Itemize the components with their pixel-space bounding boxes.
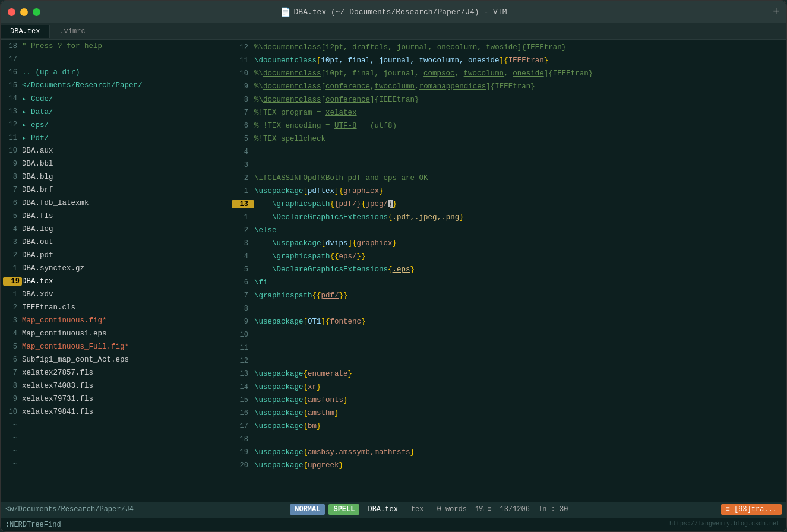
code-line: 15\usepackage{amsfonts} — [229, 394, 786, 407]
code-line: 6\fi — [229, 276, 786, 289]
status-tra: ≡ [93]tra... — [721, 504, 782, 515]
tab-dba-tex[interactable]: DBA.tex — [1, 25, 50, 38]
sidebar-item[interactable]: 17 — [1, 53, 229, 66]
sidebar-item[interactable]: 16.. (up a dir) — [1, 66, 229, 79]
code-line: 9%\documentclass[conference,twocolumn,ro… — [229, 80, 786, 93]
sidebar-item[interactable]: 4 Map_continuous1.eps — [1, 327, 229, 340]
sidebar-item[interactable]: 15</Documents/Research/Paper/ — [1, 79, 229, 92]
sidebar-item[interactable]: 4 DBA.log — [1, 223, 229, 236]
window-title: 📄 DBA.tex (~/ Documents/Research/Paper/J… — [280, 7, 507, 17]
code-line: 20\usepackage{upgreek} — [229, 459, 786, 472]
code-line: 13\usepackage{enumerate} — [229, 368, 786, 381]
code-line: 10%\documentclass[10pt, final, journal, … — [229, 67, 786, 80]
code-line: 12 — [229, 354, 786, 368]
code-line: 18 — [229, 433, 786, 446]
tab-vimrc[interactable]: .vimrc — [50, 25, 94, 38]
code-line: 1\usepackage[pdftex]{graphicx} — [229, 185, 786, 198]
titlebar: 📄 DBA.tex (~/ Documents/Research/Paper/J… — [1, 1, 786, 23]
code-line: 1 \DeclareGraphicsExtensions{.pdf,.jpeg,… — [229, 211, 786, 224]
status-icon: ≡ — [487, 505, 491, 514]
sidebar-item[interactable]: 8 xelatex74083.fls — [1, 379, 229, 392]
sidebar-item[interactable]: 1 DBA.xdv — [1, 288, 229, 301]
tab-bar: DBA.tex .vimrc — [1, 23, 786, 40]
traffic-lights — [8, 8, 40, 16]
sidebar-item[interactable]: 19 DBA.tex — [1, 275, 229, 288]
code-line: 7%!TEX program = xelatex — [229, 106, 786, 119]
sidebar-item[interactable]: 3 Map_continuous.fig* — [1, 314, 229, 327]
code-line: 7\graphicspath{{pdf/}} — [229, 289, 786, 302]
sidebar-item[interactable]: 14▸ Code/ — [1, 92, 229, 105]
sidebar-item[interactable]: 6 DBA.fdb_latexmk — [1, 197, 229, 210]
code-lines: 12%\documentclass[12pt, draftcls, journa… — [229, 40, 786, 502]
status-filetype: tex — [411, 505, 424, 514]
code-line: 16\usepackage{amsthm} — [229, 407, 786, 420]
status-normal-mode: NORMAL — [290, 504, 325, 515]
code-line: 2\else — [229, 224, 786, 237]
sidebar-item: ~ — [1, 458, 229, 471]
sidebar-item: ~ — [1, 445, 229, 458]
code-line: 9\usepackage[OT1]{fontenc} — [229, 315, 786, 328]
sidebar-item[interactable]: 6 Subfig1_map_cont_Act.eps — [1, 353, 229, 366]
sidebar-item[interactable]: 2 DBA.pdf — [1, 249, 229, 262]
code-line: 4 — [229, 145, 786, 159]
sidebar-item: ~ — [1, 419, 229, 432]
sidebar-item[interactable]: 11▸ Pdf/ — [1, 131, 229, 144]
sidebar-item[interactable]: 2 IEEEtran.cls — [1, 301, 229, 314]
sidebar-item[interactable]: 9 xelatex79731.fls — [1, 392, 229, 406]
code-line: 8%\documentclass[conference]{IEEEtran} — [229, 93, 786, 106]
sidebar-item[interactable]: 10 xelatex79841.fls — [1, 406, 229, 419]
cmd-text: :NERDTreeFind — [5, 521, 61, 529]
minimize-button[interactable] — [20, 8, 28, 16]
sidebar-item: ~ — [1, 432, 229, 445]
code-line: 10 — [229, 328, 786, 341]
watermark: https://langweiiy.blog.csdn.net — [669, 521, 780, 527]
code-line: 2\ifCLASSINFOpdf%Both pdf and eps are OK — [229, 172, 786, 185]
code-line: 6% !TEX encoding = UTF-8 (utf8) — [229, 119, 786, 132]
sidebar-item[interactable]: 3 DBA.out — [1, 236, 229, 249]
sidebar-item[interactable]: 10 DBA.aux — [1, 144, 229, 157]
sidebar-item[interactable]: 5 Map_continuous_Full.fig* — [1, 340, 229, 353]
sidebar-item[interactable]: 1 DBA.synctex.gz — [1, 262, 229, 275]
code-line: 19\usepackage{amsbsy,amssymb,mathrsfs} — [229, 446, 786, 459]
nerdtree-sidebar: 18" Press ? for help1716.. (up a dir)15<… — [1, 40, 229, 502]
command-line[interactable]: :NERDTreeFind — [1, 517, 786, 531]
sidebar-item[interactable]: 8 DBA.blg — [1, 170, 229, 183]
code-line: 11\documentclass[10pt, final, journal, t… — [229, 54, 786, 67]
code-line: 11 — [229, 341, 786, 354]
status-path: <w/Documents/Research/Paper/J4 — [5, 505, 134, 514]
code-line: 5 \DeclareGraphicsExtensions{.eps} — [229, 263, 786, 276]
code-line: 4 \graphicspath{{eps/}} — [229, 250, 786, 263]
code-line: 5%!TEX spellcheck — [229, 132, 786, 145]
status-position: 13/1206 — [500, 505, 530, 514]
status-ln: ln : 30 — [538, 505, 568, 514]
sidebar-item[interactable]: 5 DBA.fls — [1, 210, 229, 223]
status-filename: DBA.tex — [368, 505, 397, 514]
code-line: 3 \usepackage[dvips]{graphicx} — [229, 237, 786, 250]
sidebar-item[interactable]: 7 xelatex27857.fls — [1, 366, 229, 379]
sidebar-item[interactable]: 9 DBA.bbl — [1, 157, 229, 170]
code-line: 13 \graphicspath{{pdf/}{jpeg/}} — [229, 198, 786, 211]
status-bar: <w/Documents/Research/Paper/J4 NORMAL SP… — [1, 502, 786, 517]
status-percent: 1% — [475, 505, 483, 514]
code-line: 8 — [229, 302, 786, 315]
status-right: ≡ [93]tra... — [721, 504, 782, 515]
code-line: 17\usepackage{bm} — [229, 420, 786, 433]
sidebar-item[interactable]: 13▸ Data/ — [1, 105, 229, 118]
main-area: 18" Press ? for help1716.. (up a dir)15<… — [1, 40, 786, 502]
code-line: 3 — [229, 159, 786, 172]
status-words: 0 words — [437, 505, 467, 514]
sidebar-item[interactable]: 12▸ eps/ — [1, 118, 229, 131]
vim-window: 📄 DBA.tex (~/ Documents/Research/Paper/J… — [0, 0, 787, 532]
code-line: 14\usepackage{xr} — [229, 381, 786, 394]
new-tab-button[interactable]: + — [773, 6, 779, 18]
sidebar-item[interactable]: 18" Press ? for help — [1, 40, 229, 53]
code-line: 12%\documentclass[12pt, draftcls, journa… — [229, 41, 786, 54]
editor-area: 12%\documentclass[12pt, draftcls, journa… — [229, 40, 786, 502]
sidebar-item[interactable]: 7 DBA.brf — [1, 183, 229, 197]
status-spell-mode: SPELL — [328, 504, 359, 515]
close-button[interactable] — [8, 8, 15, 16]
maximize-button[interactable] — [33, 8, 40, 16]
